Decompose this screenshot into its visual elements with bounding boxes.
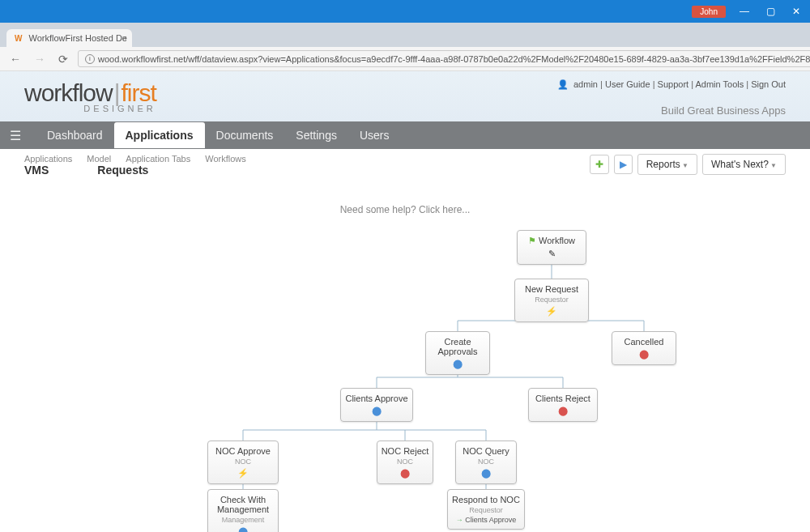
tagline: Build Great Business Apps [557, 104, 786, 117]
os-titlebar: John — ▢ ✕ [0, 0, 810, 23]
arrow-icon: → [456, 516, 463, 524]
node-clients-approve[interactable]: Clients Approve ⬤ [340, 388, 413, 422]
whats-next-dropdown[interactable]: What's Next? [702, 154, 786, 175]
flash-icon: ⚡ [518, 306, 585, 317]
link-user-guide[interactable]: User Guide [605, 79, 650, 89]
app-header: workflow|first DESIGNER 👤 admin | User G… [0, 71, 810, 121]
nav-documents[interactable]: Documents [205, 122, 285, 148]
action-add-icon[interactable]: ✚ [590, 155, 609, 174]
header-links: 👤 admin | User Guide | Support | Admin T… [557, 79, 786, 90]
info-icon: ⬤ [429, 359, 486, 369]
node-respond-noc[interactable]: Respond to NOC Requestor → Clients Appro… [447, 489, 525, 530]
nav-dashboard[interactable]: Dashboard [36, 122, 114, 148]
node-cancelled[interactable]: Cancelled ⬤ [612, 331, 676, 365]
link-support[interactable]: Support [658, 79, 689, 89]
node-new-request[interactable]: New Request Requestor ⚡ [514, 279, 589, 322]
browser-tab[interactable]: WorkflowFirst Hosted De × [6, 29, 132, 47]
browser-tab-strip: WorkflowFirst Hosted De × [0, 23, 810, 47]
close-icon[interactable]: ✕ [789, 4, 804, 19]
crumb-app-tabs[interactable]: Application Tabs [126, 154, 190, 164]
stop-icon: ⬤ [532, 406, 594, 416]
node-noc-query[interactable]: NOC Query NOC ⬤ [455, 440, 517, 484]
flash-icon: ⚡ [211, 468, 275, 479]
page-actions: ✚ ▶ Reports What's Next? [590, 154, 786, 175]
node-check-management[interactable]: Check With Management Management ⬤ [207, 489, 279, 532]
help-link[interactable]: Need some help? Click here... [0, 180, 810, 230]
breadcrumb: Applications Model Application Tabs Work… [24, 154, 246, 177]
tab-close-icon[interactable]: × [122, 33, 127, 43]
stop-icon: ⬤ [616, 349, 672, 360]
connectors [0, 230, 810, 532]
link-admin[interactable]: admin [573, 79, 598, 89]
stop-icon: ⬤ [381, 468, 429, 479]
back-icon[interactable]: ← [6, 53, 24, 66]
minimize-icon[interactable]: — [737, 4, 752, 19]
browser-address-bar: ← → ⟳ i wood.workflowfirst.net/wff/datav… [0, 47, 810, 71]
info-icon: ⬤ [211, 526, 275, 532]
crumb-model[interactable]: Model [87, 154, 111, 164]
node-workflow[interactable]: ⚑ Workflow ✎ [517, 230, 586, 265]
crumb-applications[interactable]: Applications [24, 154, 72, 164]
node-clients-reject[interactable]: Clients Reject ⬤ [528, 388, 598, 422]
link-sign-out[interactable]: Sign Out [751, 79, 786, 89]
site-info-icon[interactable]: i [85, 54, 95, 64]
main-nav: ☰ Dashboard Applications Documents Setti… [0, 121, 810, 149]
url-text: wood.workflowfirst.net/wff/dataview.aspx… [98, 54, 810, 64]
user-icon: 👤 [557, 79, 569, 89]
crumb-context: Requests [97, 164, 148, 177]
logo-text-b: first [122, 79, 156, 106]
nav-users[interactable]: Users [348, 122, 401, 148]
nav-applications[interactable]: Applications [114, 122, 205, 148]
reports-dropdown[interactable]: Reports [637, 154, 697, 175]
url-field[interactable]: i wood.workflowfirst.net/wff/dataview.as… [78, 50, 810, 67]
crumb-workflows[interactable]: Workflows [205, 154, 246, 164]
node-create-approvals[interactable]: Create Approvals ⬤ [425, 331, 490, 375]
os-user-badge: John [692, 6, 726, 18]
node-noc-reject[interactable]: NOC Reject NOC ⬤ [377, 440, 433, 484]
logo-subtitle: DESIGNER [24, 104, 156, 113]
sub-bar: Applications Model Application Tabs Work… [0, 149, 810, 180]
info-icon: ⬤ [459, 468, 513, 479]
info-icon: ⬤ [344, 406, 409, 416]
nav-settings[interactable]: Settings [284, 122, 348, 148]
node-noc-approve[interactable]: NOC Approve NOC ⚡ [207, 440, 279, 484]
hamburger-icon[interactable]: ☰ [10, 128, 21, 143]
edit-icon: ✎ [521, 249, 582, 259]
action-play-icon[interactable]: ▶ [614, 155, 633, 174]
link-admin-tools[interactable]: Admin Tools [695, 79, 744, 89]
crumb-app-name: VMS [24, 164, 49, 177]
maximize-icon[interactable]: ▢ [763, 4, 778, 19]
flag-icon: ⚑ [528, 236, 536, 245]
logo: workflow|first DESIGNER [24, 79, 156, 117]
logo-text-a: workflow [24, 79, 113, 106]
reload-icon[interactable]: ⟳ [55, 53, 71, 66]
tab-title: WorkflowFirst Hosted De [29, 33, 127, 43]
workflow-diagram: ⚑ Workflow ✎ New Request Requestor ⚡ Cre… [0, 230, 810, 532]
forward-icon[interactable]: → [31, 53, 49, 66]
